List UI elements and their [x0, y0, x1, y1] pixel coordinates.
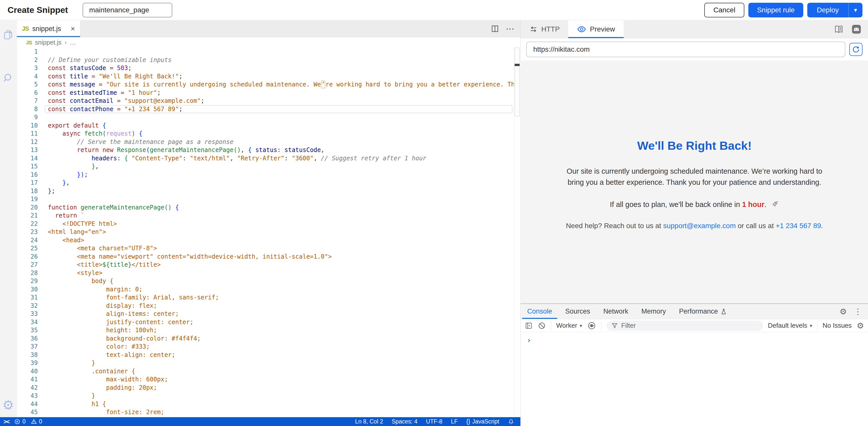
code-line[interactable]: 18}; — [17, 187, 514, 195]
code-line[interactable]: 30 margin: 0; — [17, 285, 514, 294]
code-line[interactable]: 25 <meta charset="UTF-8"> — [17, 244, 514, 253]
snippet-rule-button[interactable]: Snippet rule — [748, 3, 803, 18]
close-icon[interactable]: × — [70, 24, 75, 33]
console-settings-icon[interactable]: ⚙ — [857, 321, 864, 331]
tab-snippet-js[interactable]: JS snippet.js × — [17, 21, 80, 37]
code-line[interactable]: 13 return new Response(generateMaintenan… — [17, 146, 514, 154]
code-line[interactable]: 12 // Serve the maintenance page as a re… — [17, 138, 514, 146]
code-line[interactable]: 3const statusCode = 503; — [17, 64, 514, 72]
console-sidebar-icon[interactable] — [525, 322, 533, 330]
code-line[interactable]: 37 color: #333; — [17, 343, 514, 351]
warnings-status[interactable]: 0 — [31, 418, 42, 425]
more-actions-icon[interactable]: ⋯ — [506, 24, 515, 34]
code-line[interactable]: 15 }, — [17, 162, 514, 171]
snippet-name-input[interactable] — [83, 3, 172, 18]
code-line[interactable]: 35 height: 100vh; — [17, 326, 514, 335]
code-line[interactable]: 21 return ` — [17, 211, 514, 220]
code-line[interactable]: 34 justify-content: center; — [17, 318, 514, 326]
code-line[interactable]: 2// Define your customizable inputs — [17, 56, 514, 64]
eol-sequence[interactable]: LF — [451, 418, 458, 425]
code-line[interactable]: 14 headers: { "Content-Type": "text/html… — [17, 154, 514, 163]
console-output[interactable]: › — [521, 332, 868, 426]
tab-network[interactable]: Network — [597, 304, 635, 319]
refresh-button[interactable] — [849, 43, 863, 56]
code-line[interactable]: 6const estimatedTime = "1 hour"; — [17, 89, 514, 97]
code-line[interactable]: 42 padding: 20px; — [17, 384, 514, 392]
clear-console-icon[interactable] — [538, 322, 546, 330]
live-expression-eye-icon[interactable] — [587, 321, 596, 330]
code-line[interactable]: 20function generateMaintenancePage() { — [17, 203, 514, 212]
errors-status[interactable]: 0 — [14, 418, 26, 425]
cursor-position[interactable]: Ln 8, Col 2 — [355, 418, 383, 425]
code-line[interactable]: 1 — [17, 48, 514, 56]
code-line[interactable]: 38 text-align: center; — [17, 351, 514, 359]
tab-performance[interactable]: Performance — [673, 304, 734, 319]
console-filter-input[interactable]: Filter — [607, 321, 763, 331]
code-line[interactable]: 7const contactEmail = "support@example.c… — [17, 97, 514, 105]
code-line[interactable]: 9 — [17, 113, 514, 121]
code-line[interactable]: 43 } — [17, 392, 514, 400]
code-line[interactable]: 44 h1 { — [17, 400, 514, 408]
discord-icon[interactable] — [851, 24, 862, 34]
deploy-button[interactable]: Deploy — [807, 3, 848, 18]
code-line[interactable]: 11 async fetch(request) { — [17, 130, 514, 138]
phone-link[interactable]: +1 234 567 89 — [776, 222, 821, 230]
code-line[interactable]: 22 <!DOCTYPE html> — [17, 220, 514, 228]
code-line[interactable]: 33 align-items: center; — [17, 310, 514, 318]
code-line[interactable]: 31 font-family: Arial, sans-serif; — [17, 293, 514, 302]
settings-gear-icon[interactable]: ⚙ — [2, 399, 14, 411]
code-token: generateMaintenancePage — [81, 204, 164, 211]
support-email-link[interactable]: support@example.com — [663, 222, 736, 230]
split-editor-icon[interactable] — [491, 24, 499, 33]
preview-url-input[interactable] — [526, 41, 845, 57]
tab-sources[interactable]: Sources — [559, 304, 597, 319]
docs-book-icon[interactable] — [834, 24, 844, 34]
code-line[interactable]: 17 }, — [17, 179, 514, 187]
language-mode[interactable]: {} JavaScript — [466, 418, 499, 425]
code-editor[interactable]: 12// Define your customizable inputs3con… — [17, 48, 514, 417]
code-line[interactable]: 5const message = "Our site is currently … — [17, 80, 514, 89]
console-prompt-icon[interactable]: › — [527, 336, 531, 345]
code-line[interactable]: 39 } — [17, 359, 514, 367]
cancel-button[interactable]: Cancel — [704, 3, 744, 18]
code-line[interactable]: 32 display: flex; — [17, 302, 514, 310]
code-line[interactable]: 27 <title>${title}</title> — [17, 261, 514, 269]
tab-memory[interactable]: Memory — [635, 304, 673, 319]
devtools-settings-icon[interactable]: ⚙ — [840, 307, 847, 316]
code-line[interactable]: 26 <meta name="viewport" content="width=… — [17, 253, 514, 261]
issues-counter[interactable]: No Issues — [823, 322, 852, 330]
code-line[interactable]: 4const title = "We'll Be Right Back!"; — [17, 72, 514, 81]
log-levels-dropdown[interactable]: Default levels ▾ — [768, 322, 812, 330]
breadcrumb[interactable]: JS snippet.js › … — [17, 37, 520, 48]
search-icon[interactable] — [2, 72, 14, 84]
code-line[interactable]: 40 .container { — [17, 367, 514, 376]
files-icon[interactable] — [2, 29, 14, 40]
code-line[interactable]: 41 max-width: 600px; — [17, 375, 514, 384]
code-line[interactable]: 19 — [17, 195, 514, 203]
code-line[interactable]: 28 <style> — [17, 269, 514, 277]
notifications-bell-icon[interactable] — [508, 419, 514, 425]
tab-http[interactable]: HTTP — [521, 21, 568, 38]
code-token: const — [48, 81, 70, 88]
breadcrumb-file[interactable]: snippet.js — [35, 39, 62, 46]
code-line[interactable]: 29 body { — [17, 277, 514, 285]
code-line[interactable]: 24 <head> — [17, 236, 514, 245]
encoding[interactable]: UTF-8 — [426, 418, 442, 425]
code-line[interactable]: 45 font-size: 2rem; — [17, 408, 514, 417]
scrollbar-thumb[interactable] — [515, 48, 520, 116]
deploy-dropdown-button[interactable]: ▾ — [848, 3, 863, 18]
code-line[interactable]: 16 }); — [17, 171, 514, 179]
tab-console[interactable]: Console — [521, 304, 559, 319]
code-line[interactable]: 23<html lang="en"> — [17, 228, 514, 236]
indentation[interactable]: Spaces: 4 — [392, 418, 417, 425]
code-line[interactable]: 8const contactPhone = "+1 234 567 89"; — [17, 105, 514, 113]
devtools-menu-icon[interactable]: ⋮ — [854, 307, 862, 316]
remote-indicator-icon[interactable]: >< — [3, 418, 9, 425]
code-line[interactable]: 10export default { — [17, 121, 514, 130]
tab-preview[interactable]: Preview — [568, 21, 624, 38]
panel-divider[interactable] — [520, 21, 521, 426]
code-line[interactable]: 36 background-color: #f4f4f4; — [17, 335, 514, 343]
editor-scrollbar[interactable] — [514, 48, 520, 417]
breadcrumb-symbol[interactable]: … — [70, 39, 76, 46]
context-selector[interactable]: Worker ▾ — [556, 322, 582, 330]
